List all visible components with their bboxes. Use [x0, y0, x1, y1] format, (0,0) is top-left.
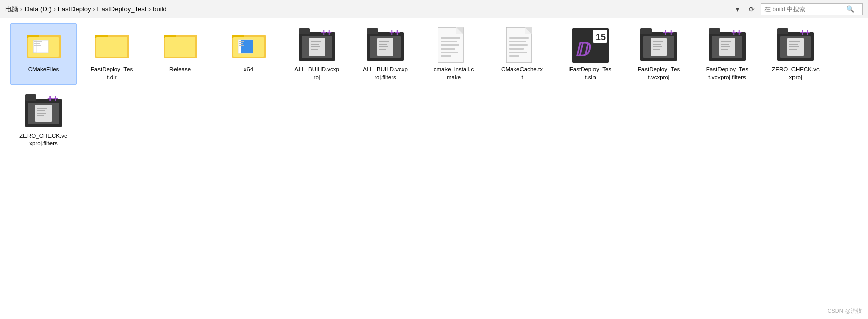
- file-label: x64: [244, 66, 254, 73]
- svg-rect-8: [34, 45, 41, 46]
- svg-rect-70: [653, 41, 663, 42]
- vcxproj-filters-icon: ++: [709, 27, 746, 64]
- svg-rect-91: [789, 49, 797, 50]
- svg-rect-48: [441, 41, 457, 42]
- file-item[interactable]: Release: [147, 23, 213, 85]
- watermark: CSDN @流牧: [828, 307, 862, 315]
- file-item[interactable]: CMakeCache.txt: [489, 23, 555, 85]
- search-icon[interactable]: 🔍: [846, 5, 854, 13]
- file-label: CMakeCache.txt: [501, 66, 543, 81]
- svg-rect-33: [311, 49, 318, 50]
- search-box: 🔍: [761, 3, 863, 15]
- svg-rect-31: [311, 44, 319, 45]
- svg-rect-58: [509, 44, 528, 46]
- breadcrumb-fastdeploy-test[interactable]: FastDeploy_Test: [97, 5, 146, 13]
- svg-rect-89: [789, 44, 798, 45]
- file-item[interactable]: ++ FastDeploy_Test.vcxproj.filters: [694, 23, 760, 85]
- file-label: FastDeploy_Test.vcxproj: [638, 66, 680, 81]
- dropdown-button[interactable]: ▾: [733, 3, 742, 15]
- refresh-button[interactable]: ⟳: [746, 3, 758, 15]
- svg-rect-76: [709, 28, 720, 34]
- svg-rect-24: [239, 43, 243, 44]
- file-label: FastDeploy_Test.sln: [569, 66, 611, 81]
- folder-doc-icon: [230, 27, 267, 64]
- svg-text:++: ++: [389, 28, 400, 37]
- svg-rect-80: [721, 44, 729, 45]
- file-label: cmake_install.cmake: [434, 66, 474, 81]
- svg-rect-6: [34, 41, 42, 42]
- svg-rect-12: [96, 37, 127, 57]
- svg-text:++: ++: [47, 94, 58, 104]
- file-label: ALL_BUILD.vcxproj: [294, 66, 339, 81]
- svg-rect-57: [509, 41, 526, 42]
- svg-rect-73: [653, 49, 660, 50]
- svg-rect-32: [311, 46, 320, 47]
- svg-rect-39: [379, 41, 389, 42]
- file-item[interactable]: ++ ALL_BUILD.vcxproj: [284, 23, 350, 85]
- address-bar: 电脑 › Data (D:) › FastDeploy › FastDeploy…: [0, 0, 868, 18]
- svg-rect-30: [311, 41, 321, 42]
- svg-rect-85: [777, 28, 788, 34]
- breadcrumb-data-d[interactable]: Data (D:): [24, 5, 52, 13]
- file-item[interactable]: 15 𝔻 FastDeploy_Test.sln: [557, 23, 624, 85]
- svg-rect-52: [441, 55, 451, 57]
- file-label: FastDeploy_Test.dir: [91, 66, 133, 81]
- svg-rect-98: [37, 110, 45, 111]
- svg-text:++: ++: [731, 28, 742, 37]
- file-item[interactable]: cmake_install.cmake: [420, 23, 487, 85]
- svg-rect-51: [441, 52, 458, 53]
- file-item[interactable]: ++ ZERO_CHECK.vcxproj: [762, 23, 829, 85]
- svg-text:++: ++: [321, 28, 332, 37]
- svg-rect-42: [379, 49, 386, 50]
- svg-rect-71: [653, 44, 661, 45]
- svg-text:++: ++: [800, 28, 810, 37]
- file-label: ALL_BUILD.vcxproj.filters: [363, 66, 408, 81]
- svg-rect-97: [37, 108, 47, 109]
- file-item[interactable]: x64: [215, 23, 282, 85]
- vs-sln-icon: 15 𝔻: [572, 27, 609, 64]
- file-grid: CMakeFiles FastDeploy_Test.dir Release: [0, 18, 868, 90]
- file-item[interactable]: ++ ZERO_CHECK.vcxproj.filters: [10, 90, 77, 151]
- vcxproj-icon: ++: [640, 27, 677, 64]
- svg-rect-90: [789, 46, 799, 47]
- svg-rect-60: [509, 52, 527, 53]
- vcxproj-filters-icon: ++: [367, 27, 404, 64]
- svg-rect-41: [379, 46, 388, 47]
- folder-icon: [162, 27, 199, 64]
- folder-icon: [25, 27, 62, 64]
- svg-rect-56: [509, 37, 529, 39]
- svg-rect-25: [239, 45, 244, 46]
- svg-rect-23: [239, 41, 244, 42]
- svg-rect-79: [721, 41, 731, 42]
- file-item[interactable]: ++ ALL_BUILD.vcxproj.filters: [352, 23, 418, 85]
- vcxproj-filters-icon: ++: [25, 93, 62, 130]
- file-item[interactable]: FastDeploy_Test.dir: [79, 23, 145, 85]
- breadcrumb-build[interactable]: build: [153, 5, 166, 13]
- search-input[interactable]: [764, 6, 846, 13]
- file-label: ZERO_CHECK.vcxproj: [772, 66, 819, 81]
- breadcrumb: 电脑 › Data (D:) › FastDeploy › FastDeploy…: [5, 5, 733, 14]
- page-icon: [504, 27, 540, 64]
- file-item[interactable]: ++ FastDeploy_Test.vcxproj: [626, 23, 692, 85]
- breadcrumb-pc[interactable]: 电脑: [5, 5, 18, 14]
- svg-rect-99: [37, 113, 46, 114]
- folder-icon: [93, 27, 130, 64]
- svg-rect-100: [37, 115, 44, 116]
- svg-rect-7: [34, 43, 40, 44]
- svg-text:15: 15: [596, 32, 606, 42]
- svg-rect-61: [509, 55, 519, 57]
- svg-rect-82: [721, 49, 728, 50]
- svg-rect-16: [165, 37, 195, 57]
- page-icon: [435, 27, 472, 64]
- svg-rect-88: [789, 41, 800, 42]
- svg-rect-81: [721, 46, 730, 47]
- file-item[interactable]: CMakeFiles: [10, 23, 77, 85]
- svg-rect-49: [441, 44, 459, 46]
- svg-rect-67: [640, 28, 652, 34]
- svg-rect-94: [25, 94, 36, 101]
- vcxproj-icon: ++: [777, 27, 814, 64]
- breadcrumb-fastdeploy[interactable]: FastDeploy: [58, 5, 91, 13]
- file-label: CMakeFiles: [28, 66, 59, 73]
- file-label: Release: [169, 66, 191, 73]
- svg-rect-27: [299, 28, 310, 34]
